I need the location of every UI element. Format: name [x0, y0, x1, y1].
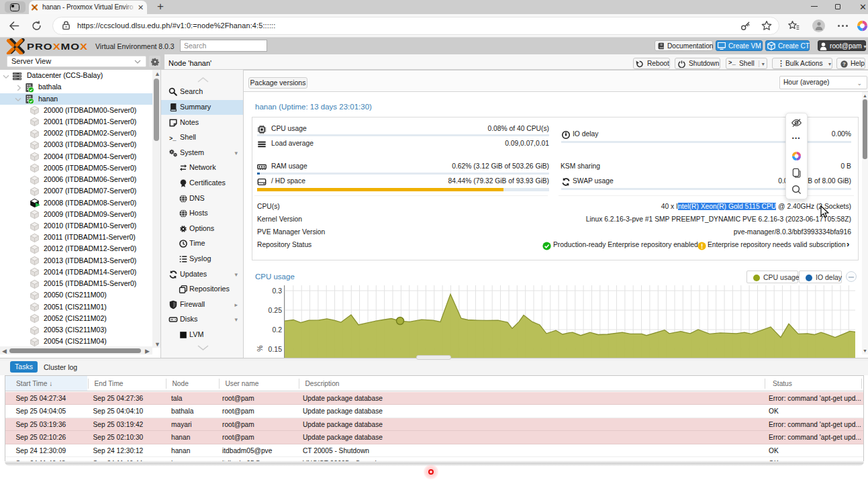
- svg-text:?: ?: [842, 61, 846, 67]
